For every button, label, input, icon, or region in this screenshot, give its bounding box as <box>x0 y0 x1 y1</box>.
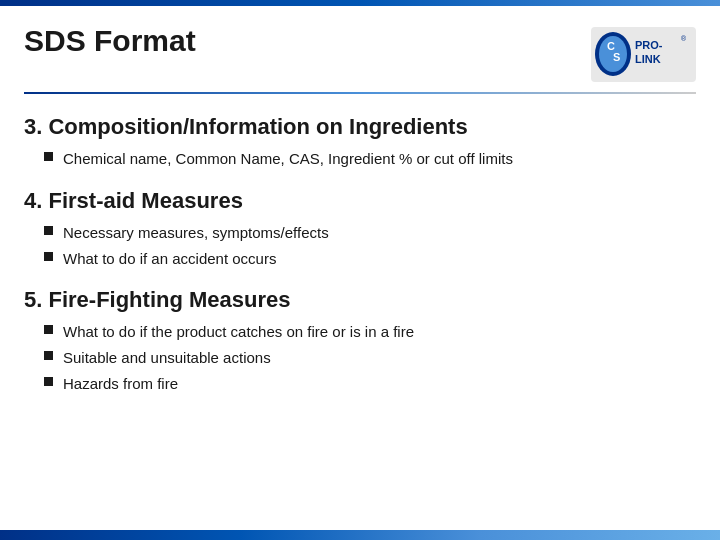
bullet-icon <box>44 325 53 334</box>
bullet-text: Chemical name, Common Name, CAS, Ingredi… <box>63 148 513 170</box>
list-item: Necessary measures, symptoms/effects <box>44 222 696 244</box>
bullet-icon <box>44 152 53 161</box>
svg-text:®: ® <box>681 35 687 42</box>
section4-heading: 4. First-aid Measures <box>24 188 696 214</box>
logo-area: C S PRO- LINK ® <box>586 24 696 84</box>
bullet-icon <box>44 377 53 386</box>
section5-heading: 5. Fire-Fighting Measures <box>24 287 696 313</box>
bullet-text: Necessary measures, symptoms/effects <box>63 222 329 244</box>
list-item: Chemical name, Common Name, CAS, Ingredi… <box>44 148 696 170</box>
prolink-logo-icon: C S PRO- LINK ® <box>591 27 696 82</box>
svg-text:S: S <box>613 51 620 63</box>
slide: SDS Format C S PRO- LINK ® 3. Compositio… <box>0 0 720 540</box>
svg-text:LINK: LINK <box>635 53 661 65</box>
list-item: What to do if the product catches on fir… <box>44 321 696 343</box>
section3-heading: 3. Composition/Information on Ingredient… <box>24 114 696 140</box>
bullet-text: Hazards from fire <box>63 373 178 395</box>
bullet-text: What to do if an accident occurs <box>63 248 276 270</box>
bullet-icon <box>44 226 53 235</box>
svg-text:PRO-: PRO- <box>635 39 663 51</box>
list-item: Hazards from fire <box>44 373 696 395</box>
bullet-text: Suitable and unsuitable actions <box>63 347 271 369</box>
list-item: Suitable and unsuitable actions <box>44 347 696 369</box>
slide-header: SDS Format C S PRO- LINK ® <box>0 6 720 92</box>
list-item: What to do if an accident occurs <box>44 248 696 270</box>
slide-title: SDS Format <box>24 24 586 58</box>
title-divider <box>24 92 696 94</box>
bullet-icon <box>44 252 53 261</box>
section3-bullet-list: Chemical name, Common Name, CAS, Ingredi… <box>44 148 696 174</box>
bullet-icon <box>44 351 53 360</box>
bullet-text: What to do if the product catches on fir… <box>63 321 414 343</box>
bottom-accent-bar <box>0 530 720 540</box>
section5-bullet-list: What to do if the product catches on fir… <box>44 321 696 398</box>
section4-bullet-list: Necessary measures, symptoms/effects Wha… <box>44 222 696 274</box>
slide-content: 3. Composition/Information on Ingredient… <box>0 110 720 530</box>
